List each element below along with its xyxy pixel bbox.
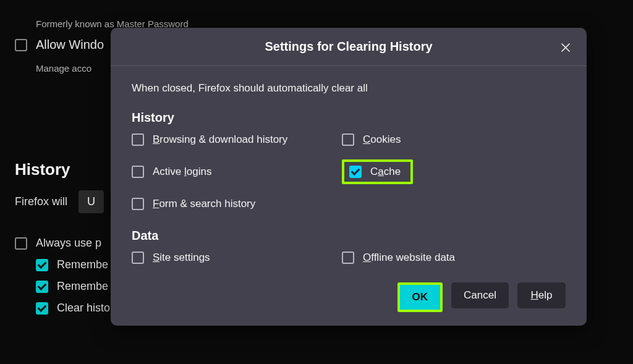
- dialog-header: Settings for Clearing History: [111, 28, 587, 66]
- close-button[interactable]: [556, 38, 576, 57]
- option-browsing-history[interactable]: Browsing & download history: [132, 133, 336, 146]
- data-options: Site settings Offline website data: [132, 252, 566, 264]
- always-private-checkbox[interactable]: [15, 237, 27, 250]
- remember-search-label: Remembe: [57, 280, 108, 293]
- option-site-settings[interactable]: Site settings: [132, 252, 336, 264]
- offline-data-checkbox[interactable]: [342, 252, 354, 264]
- option-offline-data[interactable]: Offline website data: [342, 252, 566, 264]
- remember-browsing-checkbox[interactable]: [36, 259, 48, 271]
- allow-windows-checkbox[interactable]: [15, 39, 27, 51]
- allow-windows-label: Allow Windo: [36, 38, 104, 52]
- option-cookies[interactable]: Cookies: [342, 133, 566, 146]
- ok-button[interactable]: OK: [400, 285, 441, 310]
- cache-highlight-box: Cache: [342, 159, 413, 184]
- help-button[interactable]: Help: [517, 282, 566, 308]
- history-options: Browsing & download history Cookies Acti…: [132, 133, 566, 210]
- site-settings-label: Site settings: [153, 252, 210, 264]
- browsing-history-checkbox[interactable]: [132, 133, 144, 146]
- cancel-button[interactable]: Cancel: [451, 282, 509, 308]
- option-form-history[interactable]: Form & search history: [132, 198, 336, 210]
- clear-history-dialog: Settings for Clearing History When close…: [111, 28, 587, 326]
- option-cache[interactable]: Cache: [349, 166, 401, 178]
- browsing-history-label: Browsing & download history: [153, 133, 287, 146]
- option-cache-highlight: Cache: [342, 159, 566, 184]
- offline-data-label: Offline website data: [363, 252, 455, 264]
- dialog-title: Settings for Clearing History: [265, 40, 432, 54]
- cookies-checkbox[interactable]: [342, 133, 354, 146]
- dialog-intro: When closed, Firefox should automaticall…: [132, 82, 566, 95]
- firefox-will-label: Firefox will: [15, 195, 67, 208]
- active-logins-checkbox[interactable]: [132, 166, 144, 178]
- section-history-heading: History: [132, 111, 566, 125]
- dialog-buttons: OK Cancel Help: [132, 282, 566, 312]
- cache-checkbox[interactable]: [349, 166, 362, 178]
- ok-highlight-box: OK: [397, 282, 443, 312]
- active-logins-label: Active logins: [153, 166, 211, 178]
- remember-search-checkbox[interactable]: [36, 281, 48, 293]
- option-active-logins[interactable]: Active logins: [132, 166, 336, 178]
- clear-history-checkbox[interactable]: [36, 302, 48, 315]
- close-icon: [560, 42, 571, 53]
- form-history-checkbox[interactable]: [132, 198, 144, 210]
- remember-browsing-label: Remembe: [57, 258, 108, 271]
- always-private-label: Always use p: [36, 237, 101, 250]
- cookies-label: Cookies: [363, 133, 401, 146]
- form-history-label: Form & search history: [153, 198, 255, 210]
- section-data-heading: Data: [132, 229, 566, 243]
- clear-history-label: Clear histo: [57, 302, 110, 315]
- site-settings-checkbox[interactable]: [132, 252, 144, 264]
- firefox-will-select[interactable]: U: [79, 190, 104, 213]
- cache-label: Cache: [370, 166, 401, 178]
- dialog-body: When closed, Firefox should automaticall…: [111, 66, 587, 326]
